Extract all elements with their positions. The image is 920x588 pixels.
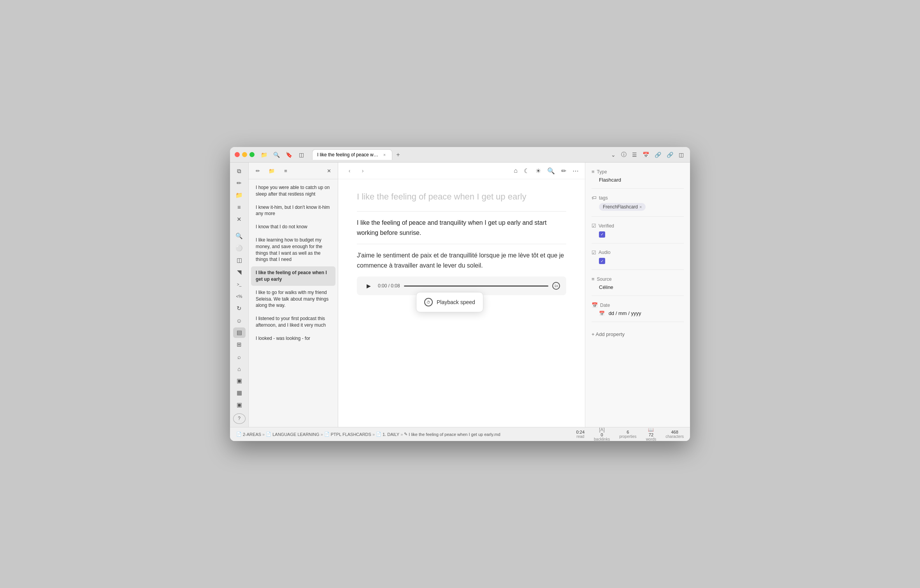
percent-icon[interactable]: <%	[233, 291, 246, 302]
breadcrumb-item: 📄 2-AREAS	[236, 432, 261, 437]
add-property-button[interactable]: + Add property	[592, 330, 684, 339]
emoji-icon[interactable]: ☺	[233, 315, 246, 326]
grid-icon[interactable]: ◫	[679, 152, 684, 158]
verified-property: ☑ Verified ✓	[592, 223, 684, 243]
note-item[interactable]: I listened to your first podcast this af…	[251, 312, 335, 332]
minimize-window-button[interactable]	[242, 152, 247, 157]
note-item[interactable]: I like to go for walks with my friend Se…	[251, 286, 335, 312]
editor-nav: ‹ ›	[344, 166, 368, 176]
breadcrumb-icon: 📄	[376, 432, 381, 437]
play-button[interactable]: ▶	[363, 280, 374, 291]
sidebar-toggle-icon[interactable]: ⧉	[233, 166, 246, 176]
app-window: 📁 🔍 🔖 ◫ I like the feeling of peace wh..…	[230, 147, 690, 441]
undo-icon[interactable]: ↻	[233, 303, 246, 314]
search-titlebar-icon[interactable]: 🔍	[273, 152, 279, 158]
read-time-label: read	[576, 434, 584, 439]
editor-toolbar: ‹ › ⌂ ☾ ☀ 🔍 ✏ ⋯	[338, 163, 585, 179]
help-icon[interactable]: ?	[233, 413, 246, 424]
moon-icon[interactable]: ☾	[524, 167, 529, 175]
note-item[interactable]: I hope you were able to catch up on slee…	[251, 181, 335, 201]
source-value: Céline	[592, 284, 684, 290]
folder-plus-header-icon[interactable]: 📁	[267, 166, 277, 176]
breadcrumb-separator: »	[372, 432, 375, 437]
maximize-window-button[interactable]	[249, 152, 255, 157]
editor-toolbar-right: ⌂ ☾ ☀ 🔍 ✏ ⋯	[514, 167, 579, 175]
source-icon: ≡	[592, 276, 595, 282]
apps-panel-icon[interactable]: ◫	[233, 255, 246, 266]
stack-icon[interactable]: ▤	[233, 327, 246, 338]
search2-icon[interactable]: ⌕	[233, 352, 246, 362]
words-value: 72	[649, 432, 653, 437]
copy-panel-icon[interactable]: ◥	[233, 267, 246, 278]
more-options-icon[interactable]: ⋯	[572, 167, 579, 175]
audio-checkbox[interactable]: ✓	[599, 258, 605, 264]
search-panel-icon[interactable]: 🔍	[233, 231, 246, 242]
verified-icon: ☑	[592, 223, 596, 229]
date-label: 📅 Date	[592, 302, 684, 308]
table-icon[interactable]: ⊞	[233, 340, 246, 350]
note-item[interactable]: I looked - was looking - for	[251, 332, 335, 345]
add-property-label: + Add property	[592, 331, 625, 337]
date-property: 📅 Date 📅 dd / mm / yyyy	[592, 302, 684, 322]
close-panel-icon[interactable]: ✕	[233, 214, 246, 224]
new-folder-icon[interactable]: 📁	[233, 190, 246, 200]
breadcrumb-item: 📄 1. DAILY	[376, 432, 399, 437]
link-icon[interactable]: 🔗	[655, 152, 661, 158]
back-button[interactable]: ‹	[344, 166, 355, 176]
graph-view-icon[interactable]: ⚪	[233, 243, 246, 254]
type-icon: ≡	[592, 169, 595, 175]
playback-speed-popup[interactable]: ⏱ Playback speed	[416, 292, 483, 312]
editor-area: ‹ › ⌂ ☾ ☀ 🔍 ✏ ⋯ I like the feeling of pe…	[338, 163, 585, 427]
breadcrumb-text: 2-AREAS	[243, 432, 261, 437]
edit-header-icon[interactable]: ✏	[253, 166, 263, 176]
calendar-sidebar-icon[interactable]: ▦	[233, 388, 246, 398]
forward-button[interactable]: ›	[358, 166, 368, 176]
main-layout: ⧉ ✏ 📁 ≡ ✕ 🔍 ⚪ ◫ ◥ >_ <% ↻ ☺ ▤ ⊞ ⌕ ⌂ ▣ ▦ …	[230, 163, 690, 427]
sun-icon[interactable]: ☀	[535, 167, 541, 175]
tab-close-button[interactable]: ×	[382, 152, 387, 158]
unlink-icon[interactable]: 🔗	[667, 152, 673, 158]
playback-speed-icon[interactable]: 1x	[552, 282, 560, 290]
folder-icon[interactable]: 📁	[261, 152, 267, 158]
search-editor-icon[interactable]: 🔍	[547, 167, 555, 175]
divider2	[357, 244, 566, 244]
new-tab-button[interactable]: +	[393, 150, 403, 160]
note-body-text[interactable]: I like the feeling of peace and tranquil…	[357, 218, 566, 238]
statusbar: 📄 2-AREAS » 📄 LANGUAGE LEARNING » 📄 PTPL…	[230, 427, 690, 441]
note-item[interactable]: I knew it-him, but I don't know it-him a…	[251, 201, 335, 220]
note-item-text: I like the feeling of peace when I get u…	[256, 270, 331, 283]
tags-property: 🏷 tags FrenchFlashcard ×	[592, 195, 684, 217]
chevron-down-icon[interactable]: ⌄	[611, 152, 616, 158]
close-list-icon[interactable]: ✕	[324, 166, 334, 176]
icon-sidebar: ⧉ ✏ 📁 ≡ ✕ 🔍 ⚪ ◫ ◥ >_ <% ↻ ☺ ▤ ⊞ ⌕ ⌂ ▣ ▦ …	[230, 163, 249, 427]
tab-bar: I like the feeling of peace wh... × +	[312, 149, 608, 160]
info-icon[interactable]: ⓘ	[621, 151, 627, 158]
audio-progress-bar[interactable]	[404, 285, 548, 287]
bookmark-icon[interactable]: 🔖	[286, 152, 292, 158]
annotate-icon[interactable]: ✏	[561, 167, 566, 175]
sort-icon[interactable]: ≡	[233, 202, 246, 212]
close-window-button[interactable]	[235, 152, 240, 157]
layout-icon[interactable]: ◫	[298, 152, 304, 158]
monitor-icon[interactable]: ▣	[233, 400, 246, 410]
list-icon[interactable]: ☰	[632, 152, 637, 158]
active-tab[interactable]: I like the feeling of peace wh... ×	[312, 149, 392, 160]
cards-icon[interactable]: ▣	[233, 376, 246, 386]
editor-content[interactable]: I like the feeling of peace when I get u…	[338, 179, 585, 427]
tag-remove-button[interactable]: ×	[639, 205, 642, 209]
titlebar: 📁 🔍 🔖 ◫ I like the feeling of peace wh..…	[230, 147, 690, 163]
note-translation[interactable]: J'aime le sentiment de paix et de tranqu…	[357, 250, 566, 270]
note-item[interactable]: I know that I do not know	[251, 220, 335, 233]
calendar-icon[interactable]: 📅	[643, 152, 649, 158]
terminal-icon[interactable]: >_	[233, 279, 246, 290]
note-list-items: I hope you were able to catch up on slee…	[249, 179, 338, 427]
note-item[interactable]: I like learning how to budget my money, …	[251, 234, 335, 266]
new-note-icon[interactable]: ✏	[233, 178, 246, 188]
verified-checkbox[interactable]: ✓	[599, 231, 605, 238]
home-icon[interactable]: ⌂	[233, 364, 246, 374]
sort-header-icon[interactable]: ≡	[281, 166, 291, 176]
note-item-selected[interactable]: I like the feeling of peace when I get u…	[251, 266, 335, 286]
home-toolbar-icon[interactable]: ⌂	[514, 167, 518, 174]
breadcrumb-text: LANGUAGE LEARNING	[272, 432, 319, 437]
tab-title: I like the feeling of peace wh...	[317, 152, 379, 158]
